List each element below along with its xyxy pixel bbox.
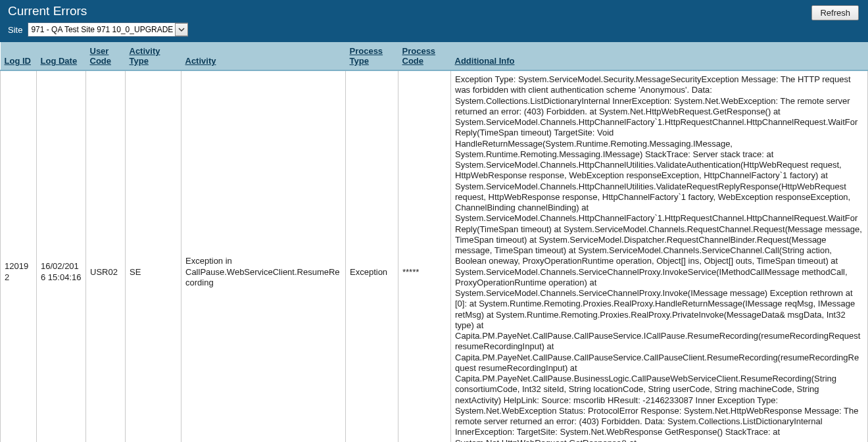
site-select-value: 971 - QA Test Site 971 10_0_UPGRADE bbox=[28, 24, 176, 36]
site-filter-row: Site 971 - QA Test Site 971 10_0_UPGRADE bbox=[8, 22, 860, 37]
errors-table: Log ID Log Date User Code Activity Type … bbox=[0, 42, 868, 442]
col-header-log-date[interactable]: Log Date bbox=[41, 56, 78, 66]
site-select[interactable]: 971 - QA Test Site 971 10_0_UPGRADE bbox=[28, 22, 188, 37]
page-title: Current Errors bbox=[8, 4, 860, 18]
refresh-button[interactable]: Refresh bbox=[811, 5, 859, 20]
chevron-down-icon bbox=[178, 26, 185, 33]
col-header-process-type[interactable]: Process Type bbox=[350, 46, 383, 66]
page-header: Current Errors Site 971 - QA Test Site 9… bbox=[0, 0, 868, 42]
cell-activity-type: SE bbox=[126, 70, 181, 442]
col-header-activity[interactable]: Activity bbox=[185, 56, 216, 66]
cell-process-code: ***** bbox=[398, 70, 451, 442]
cell-additional-info: Exception Type: System.ServiceModel.Secu… bbox=[451, 70, 868, 442]
col-header-activity-type[interactable]: Activity Type bbox=[130, 46, 160, 66]
site-select-dropdown-button[interactable] bbox=[175, 23, 188, 36]
col-header-log-id[interactable]: Log ID bbox=[5, 56, 31, 66]
cell-log-id: 120192 bbox=[1, 70, 37, 442]
site-label: Site bbox=[8, 25, 22, 35]
cell-process-type: Exception bbox=[346, 70, 398, 442]
col-header-additional-info[interactable]: Additional Info bbox=[455, 56, 515, 66]
col-header-user-code[interactable]: User Code bbox=[90, 46, 112, 66]
cell-user-code: USR02 bbox=[86, 70, 126, 442]
table-header-row: Log ID Log Date User Code Activity Type … bbox=[1, 42, 868, 70]
table-row: 120192 16/02/2016 15:04:16 USR02 SE Exce… bbox=[1, 70, 868, 442]
cell-activity: Exception in CallPause.WebServiceClient.… bbox=[181, 70, 346, 442]
col-header-process-code[interactable]: Process Code bbox=[402, 46, 436, 66]
cell-log-date: 16/02/2016 15:04:16 bbox=[37, 70, 86, 442]
